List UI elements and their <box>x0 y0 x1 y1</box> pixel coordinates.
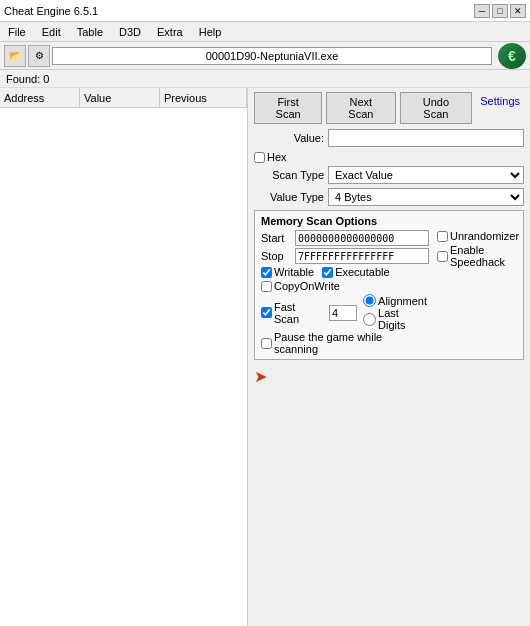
last-digits-label[interactable]: Last Digits <box>363 307 429 331</box>
close-button[interactable]: ✕ <box>510 4 526 18</box>
value-label: Value: <box>254 132 324 144</box>
writable-checkbox[interactable] <box>261 267 272 278</box>
first-scan-button[interactable]: First Scan <box>254 92 322 124</box>
memory-checkboxes-row1: Writable Executable <box>261 266 429 278</box>
hex-row: Hex <box>254 151 524 163</box>
last-digits-radio[interactable] <box>363 313 376 326</box>
scan-type-label: Scan Type <box>254 169 324 181</box>
menu-extra[interactable]: Extra <box>153 24 187 40</box>
enable-speedhack-label[interactable]: Enable Speedhack <box>437 244 519 268</box>
scan-results-list[interactable] <box>0 108 247 626</box>
unrandomizer-label[interactable]: Unrandomizer <box>437 230 519 242</box>
hex-checkbox[interactable] <box>254 152 265 163</box>
process-address-input[interactable] <box>52 47 492 65</box>
start-address-row: Start <box>261 230 429 246</box>
scan-results-header: Address Value Previous <box>0 88 247 108</box>
value-type-label: Value Type <box>254 191 324 203</box>
stop-label: Stop <box>261 250 291 262</box>
memory-scan-options-right: Unrandomizer Enable Speedhack <box>437 230 519 355</box>
found-count-row: Found: 0 <box>0 70 530 88</box>
copy-on-write-label[interactable]: CopyOnWrite <box>261 280 340 292</box>
next-scan-button[interactable]: Next Scan <box>326 92 395 124</box>
main-layout: Address Value Previous First Scan Next S… <box>0 88 530 626</box>
alignment-label[interactable]: Alignment <box>363 294 429 307</box>
alignment-radio[interactable] <box>363 294 376 307</box>
open-button[interactable]: 📂 <box>4 45 26 67</box>
alignment-last-digits-group: Alignment Last Digits <box>363 294 429 331</box>
memory-checkboxes-row2: CopyOnWrite <box>261 280 429 292</box>
fast-scan-value-input[interactable] <box>329 305 357 321</box>
scan-type-select[interactable]: Exact Value Bigger than... Smaller than.… <box>328 166 524 184</box>
pause-game-label[interactable]: Pause the game while scanning <box>261 331 429 355</box>
hex-label: Hex <box>267 151 287 163</box>
title-bar: Cheat Engine 6.5.1 ─ □ ✕ <box>0 0 530 22</box>
found-count-label: Found: 0 <box>6 73 49 85</box>
alignment-text: Alignment <box>378 295 427 307</box>
col-header-previous: Previous <box>160 88 247 107</box>
menu-file[interactable]: File <box>4 24 30 40</box>
fast-scan-text: Fast Scan <box>274 301 323 325</box>
arrow-area: ➤ <box>254 367 524 386</box>
pause-row: Pause the game while scanning <box>261 331 429 355</box>
col-header-value: Value <box>80 88 160 107</box>
last-digits-text: Last Digits <box>378 307 429 331</box>
memory-scan-options-left: Start Stop Writable <box>261 230 429 355</box>
writable-text: Writable <box>274 266 314 278</box>
scan-options-panel: First Scan Next Scan Undo Scan Settings … <box>248 88 530 626</box>
stop-address-input[interactable] <box>295 248 429 264</box>
col-header-address: Address <box>0 88 80 107</box>
memory-scan-options-grid: Start Stop Writable <box>261 230 517 355</box>
fast-scan-row: Fast Scan Alignment Last Digits <box>261 294 429 331</box>
fast-scan-label[interactable]: Fast Scan <box>261 301 323 325</box>
undo-scan-button[interactable]: Undo Scan <box>400 92 473 124</box>
value-type-row: Value Type 1 Byte 2 Bytes 4 Bytes 8 Byte… <box>254 188 524 206</box>
scan-type-row: Scan Type Exact Value Bigger than... Sma… <box>254 166 524 184</box>
menu-edit[interactable]: Edit <box>38 24 65 40</box>
window-controls: ─ □ ✕ <box>474 4 526 18</box>
pause-game-checkbox[interactable] <box>261 338 272 349</box>
hex-checkbox-label[interactable]: Hex <box>254 151 287 163</box>
app-logo: € <box>498 43 526 69</box>
fast-scan-checkbox[interactable] <box>261 307 272 318</box>
settings-toolbar-button[interactable]: ⚙ <box>28 45 50 67</box>
menu-help[interactable]: Help <box>195 24 226 40</box>
value-input[interactable] <box>328 129 524 147</box>
settings-link[interactable]: Settings <box>476 92 524 124</box>
arrow-icon: ➤ <box>254 367 267 386</box>
pause-game-text: Pause the game while scanning <box>274 331 429 355</box>
start-label: Start <box>261 232 291 244</box>
scan-buttons-row: First Scan Next Scan Undo Scan Settings <box>254 92 524 124</box>
unrandomizer-checkbox[interactable] <box>437 231 448 242</box>
executable-label[interactable]: Executable <box>322 266 389 278</box>
start-address-input[interactable] <box>295 230 429 246</box>
maximize-button[interactable]: □ <box>492 4 508 18</box>
value-row: Value: <box>254 129 524 147</box>
value-type-select[interactable]: 1 Byte 2 Bytes 4 Bytes 8 Bytes Float Dou… <box>328 188 524 206</box>
enable-speedhack-checkbox[interactable] <box>437 251 448 262</box>
stop-address-row: Stop <box>261 248 429 264</box>
copy-on-write-checkbox[interactable] <box>261 281 272 292</box>
executable-text: Executable <box>335 266 389 278</box>
memory-scan-options-box: Memory Scan Options Start Stop <box>254 210 524 360</box>
copy-on-write-text: CopyOnWrite <box>274 280 340 292</box>
menu-bar: File Edit Table D3D Extra Help <box>0 22 530 42</box>
enable-speedhack-text: Enable Speedhack <box>450 244 519 268</box>
minimize-button[interactable]: ─ <box>474 4 490 18</box>
app-title: Cheat Engine 6.5.1 <box>4 5 98 17</box>
scan-results-panel: Address Value Previous <box>0 88 248 626</box>
memory-scan-options-title: Memory Scan Options <box>261 215 517 227</box>
menu-table[interactable]: Table <box>73 24 107 40</box>
writable-label[interactable]: Writable <box>261 266 314 278</box>
unrandomizer-text: Unrandomizer <box>450 230 519 242</box>
executable-checkbox[interactable] <box>322 267 333 278</box>
menu-d3d[interactable]: D3D <box>115 24 145 40</box>
toolbar: 📂 ⚙ € <box>0 42 530 70</box>
